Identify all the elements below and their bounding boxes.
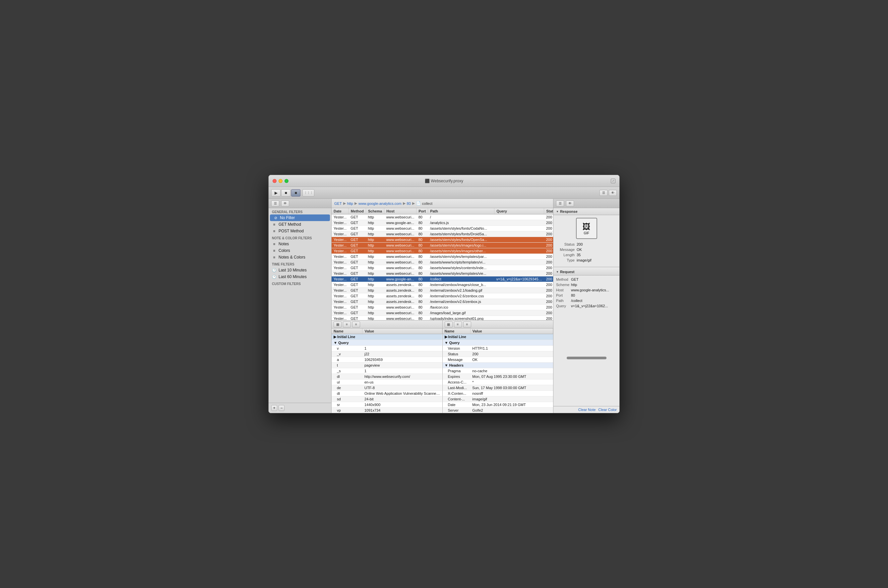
list-item[interactable]: ExpiresMon, 07 Aug 1995 23:30:00 GMT [443,374,553,380]
list-item[interactable]: deUTF-8 [332,385,442,391]
bottom-left-hex-btn[interactable]: ▦ [334,321,341,327]
list-item[interactable]: DateMon, 23 Jun 2014 09:21:19 GMT [443,402,553,408]
clear-color-button[interactable]: Clear Color [598,408,617,412]
table-cell [494,282,544,288]
table-row[interactable]: Yester...GEThttpwww.websecuri...80/uploa… [332,316,553,321]
col-query[interactable]: Query [494,208,544,214]
list-item[interactable]: VersionHTTP/1.1 [443,346,553,351]
col-status[interactable]: Status [544,208,553,214]
table-row[interactable]: Yester...GEThttpwww.websecuri...80/asset… [332,271,553,276]
table-cell: 80 [416,310,428,316]
table-row[interactable]: Yester...GEThttpwww.websecuri...80/2000t… [332,214,553,220]
bottom-left-list-btn[interactable]: ≡ [343,321,351,327]
list-item[interactable]: _s1 [332,368,442,374]
scrollbar[interactable] [567,357,607,359]
list-item[interactable]: sd24-bit [332,396,442,402]
expand-button[interactable]: ⤢ [611,178,615,183]
maximize-button[interactable] [284,179,288,183]
list-item[interactable]: a106293459 [332,357,442,363]
close-button[interactable] [273,179,276,183]
minimize-button[interactable] [278,179,282,183]
col-method[interactable]: Method [349,208,366,214]
col-schema[interactable]: Schema [366,208,384,214]
list-item[interactable]: v1 [332,346,442,351]
list-item[interactable]: Content-...image/gif [443,396,553,402]
list-item[interactable]: ▶ Initial Line [332,334,442,340]
list-item[interactable]: ▶ Initial Line [443,334,553,340]
list-item[interactable]: ▼ Headers [443,363,553,368]
list-item[interactable]: tpageview [332,363,442,368]
bottom-right-col-name[interactable]: Name [443,328,470,334]
sidebar-item-no-filter[interactable]: ⊘ No Filter [270,214,330,221]
bottom-left-col-value[interactable]: Value [362,328,442,334]
extra-button[interactable]: ⋮⋮⋮ [302,189,314,196]
bottom-right-hex-btn[interactable]: ▦ [445,321,452,327]
preview-button[interactable]: 👁 [609,190,617,196]
table-row[interactable]: Yester...GEThttpwww.websecuri...80/asset… [332,254,553,260]
bottom-right-tree-btn[interactable]: ≡ [463,321,471,327]
sidebar-item-post-method[interactable]: ≡ POST Method [269,228,331,234]
remove-filter-button[interactable]: − [278,405,284,411]
table-row[interactable]: Yester...GEThttpwww.websecuri...80/image… [332,310,553,316]
table-row[interactable]: Yester...GEThttpwww.google-an...80/colle… [332,276,553,282]
list-item[interactable]: ▼ Query [332,340,442,346]
table-cell [494,220,544,226]
table-row[interactable]: Yester...GEThttpwww.websecuri...80/asset… [332,231,553,237]
list-item[interactable]: ▼ Query [443,340,553,346]
bottom-left-table-container[interactable]: Name Value ▶ Initial Line▼ Queryv1_vj22a… [332,328,442,413]
list-item[interactable]: Last-Modi...Sun, 17 May 1998 03:00:00 GM… [443,385,553,391]
col-path[interactable]: Path [428,208,494,214]
list-item[interactable]: sr1440x900 [332,402,442,408]
pause-button[interactable]: ■ [291,189,301,196]
sidebar-list-btn[interactable]: ☰ [271,201,279,207]
list-item[interactable]: Pragmano-cache [443,368,553,374]
list-item[interactable]: Status200 [443,351,553,357]
table-row[interactable]: Yester...GEThttpwww.websecuri...80/asset… [332,226,553,231]
bottom-right-col-value[interactable]: Value [470,328,553,334]
col-host[interactable]: Host [384,208,416,214]
sidebar-item-get-method[interactable]: ≡ GET Method [269,221,331,228]
list-item[interactable]: ServerGolfe2 [443,408,553,413]
sidebar-label-get-method: GET Method [278,222,301,227]
list-item[interactable]: _vj22 [332,351,442,357]
table-row[interactable]: Yester...GEThttpwww.websecuri...80/asset… [332,243,553,248]
list-view-button[interactable]: ☰ [600,190,607,196]
list-item[interactable]: ulen-us [332,380,442,385]
right-list-btn[interactable]: ☰ [556,201,564,207]
list-item[interactable]: Access-C...* [443,380,553,385]
bottom-left-tree-btn[interactable]: ≡ [352,321,360,327]
table-row[interactable]: Yester...GEThttpwww.websecuri...80/asset… [332,237,553,243]
sidebar-item-colors[interactable]: ≡ Colors [269,247,331,254]
play-button[interactable]: ▶ [271,189,281,196]
sidebar-item-last60[interactable]: 🕐 Last 60 Minutes [269,273,331,280]
sidebar-item-last10[interactable]: 🕐 Last 10 Minutes [269,267,331,273]
request-table-container[interactable]: Date Method Schema Host Port Path Query … [332,208,553,320]
table-row[interactable]: Yester...GEThttpwww.websecuri...80/asset… [332,248,553,254]
table-row[interactable]: Yester...GEThttpassets.zendesk...80/exte… [332,288,553,293]
table-row[interactable]: Yester...GEThttpwww.websecuri...80/asset… [332,260,553,265]
table-row[interactable]: Yester...GEThttpassets.zendesk...80/exte… [332,299,553,304]
bottom-left-col-name[interactable]: Name [332,328,362,334]
sidebar-item-notes[interactable]: ≡ Notes [269,241,331,247]
table-row[interactable]: Yester...GEThttpassets.zendesk...80/exte… [332,282,553,288]
table-row[interactable]: Yester...GEThttpassets.zendesk...80/exte… [332,293,553,299]
col-port[interactable]: Port [416,208,428,214]
list-item[interactable]: dlhttp://www.websecurify.com/ [332,374,442,380]
bottom-right-list-btn[interactable]: ≡ [454,321,462,327]
table-row[interactable]: Yester...GEThttpwww.google-an...80/analy… [332,220,553,226]
col-date[interactable]: Date [332,208,349,214]
list-item[interactable]: X-Conten...nosniff [443,391,553,396]
list-item[interactable]: dtOnline Web Application Vulnerability S… [332,391,442,396]
table-cell: GET [349,254,366,260]
table-row[interactable]: Yester...GEThttpwww.websecuri...80/asset… [332,265,553,271]
list-item[interactable]: vp1091x734 [332,408,442,413]
sidebar-eye-btn[interactable]: 👁 [281,201,289,207]
add-filter-button[interactable]: + [271,405,277,411]
right-eye-btn[interactable]: 👁 [566,201,574,207]
bottom-right-table-container[interactable]: Name Value ▶ Initial Line▼ QueryVersionH… [443,328,553,413]
clear-note-button[interactable]: Clear Note [578,408,596,412]
sidebar-item-notes-colors[interactable]: ≡ Notes & Colors [269,254,331,261]
list-item[interactable]: MessageOK [443,357,553,363]
stop-button[interactable]: ■ [281,189,290,196]
table-row[interactable]: Yester...GEThttpwww.websecuri...80/favic… [332,304,553,310]
